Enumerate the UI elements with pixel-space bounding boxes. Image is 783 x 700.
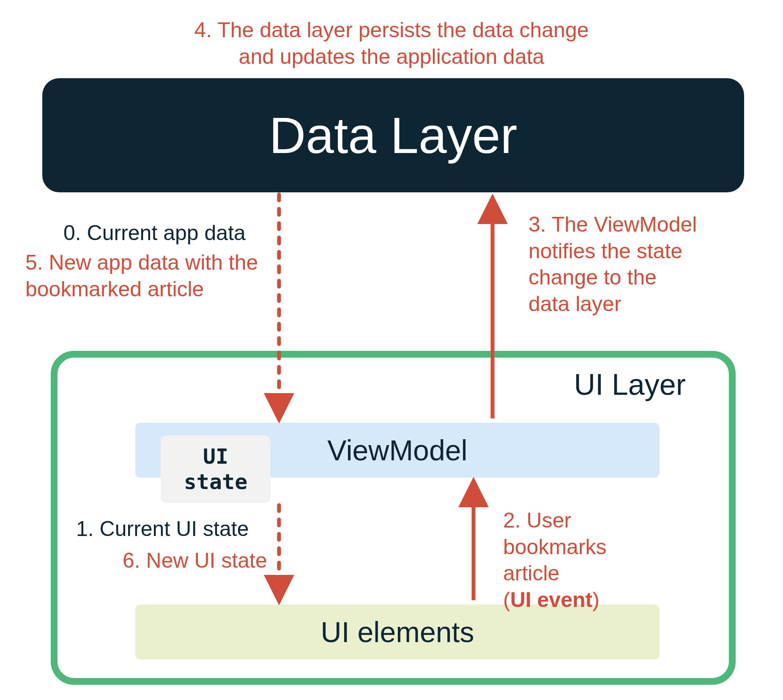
step4-caption: 4. The data layer persists the data chan… [0, 17, 783, 70]
step1-label: 1. Current UI state [76, 516, 249, 542]
ui-elements-label: UI elements [321, 615, 474, 648]
ui-state-box: UI state [161, 435, 271, 503]
step2-label: 2. User bookmarks article (UI event) [503, 507, 664, 613]
ui-layer-title: UI Layer [574, 368, 686, 402]
step5-label: 5. New app data with the bookmarked arti… [25, 249, 279, 302]
step4-line2: and updates the application data [239, 45, 545, 68]
step6-label: 6. New UI state [123, 547, 267, 574]
data-layer-label: Data Layer [269, 106, 517, 164]
data-layer-box: Data Layer [42, 78, 744, 192]
step4-line1: 4. The data layer persists the data chan… [194, 18, 589, 42]
ui-state-label: UI state [184, 444, 248, 495]
viewmodel-label: ViewModel [327, 434, 467, 467]
step3-label: 3. The ViewModel notifies the state chan… [528, 211, 757, 317]
step0-label: 0. Current app data [63, 220, 246, 246]
